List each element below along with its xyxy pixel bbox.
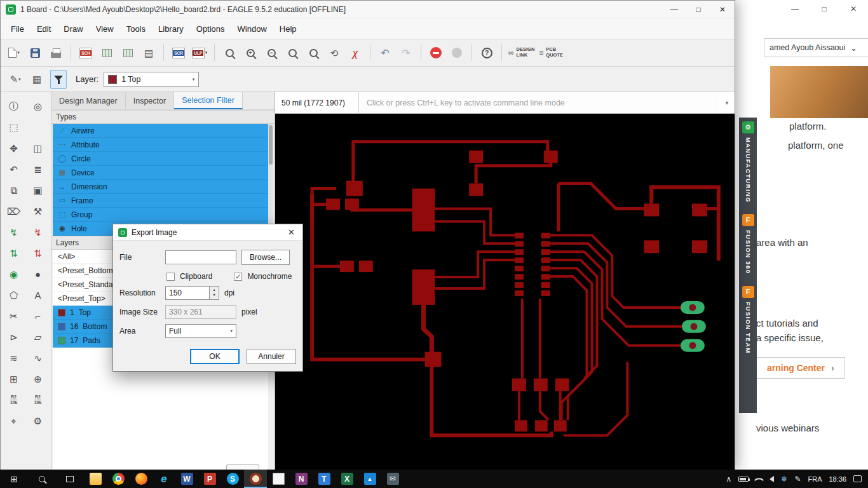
board-tool2-button[interactable] (119, 43, 136, 62)
taskbar-word[interactable]: W (175, 470, 198, 488)
minimize-button[interactable]: — (662, 1, 686, 18)
ok-button[interactable]: OK (190, 349, 240, 364)
type-row[interactable]: ◯ Circle (53, 152, 268, 166)
copy-tool[interactable]: ⧉ (2, 180, 26, 201)
zoom-in-button[interactable]: + (242, 43, 259, 62)
change-tool[interactable]: ⚒ (26, 201, 50, 222)
text-tool[interactable]: A (26, 285, 50, 306)
type-row[interactable]: ↔ Dimension (53, 180, 268, 194)
tab-inspector[interactable]: Inspector (126, 92, 174, 109)
selection-filter-button[interactable] (50, 70, 67, 89)
autorouter-tool[interactable]: ⊕ (26, 369, 50, 390)
menu-item[interactable]: View (90, 21, 120, 37)
taskbar-powerpoint[interactable]: P (198, 470, 221, 488)
pad-tool[interactable]: ⊳ (2, 327, 26, 348)
command-line-input[interactable]: Click or press Ctrl+L key to activate co… (359, 92, 719, 113)
redo-button[interactable]: ↷ (398, 43, 414, 62)
area-dropdown[interactable]: Full ▾ (165, 324, 236, 338)
smd-tool[interactable]: ▱ (26, 327, 50, 348)
undo-button[interactable]: ↶ (377, 43, 393, 62)
resolution-spinner[interactable]: ▲▼ (210, 286, 219, 300)
menu-item[interactable]: Library (152, 21, 190, 37)
menu-item[interactable]: Edit (31, 21, 57, 37)
menu-item[interactable]: Window (231, 21, 273, 37)
dialog-title-bar[interactable]: Export Image ✕ (113, 224, 302, 241)
taskbar-photos[interactable]: ▲ (358, 470, 381, 488)
delete-tool[interactable]: ⌦ (2, 201, 26, 222)
zoom-fit-button[interactable] (221, 43, 238, 62)
browse-button[interactable]: Browse... (241, 250, 290, 265)
hole-tool[interactable]: ● (26, 264, 50, 285)
menu-item[interactable]: Help (273, 21, 303, 37)
go-button[interactable] (449, 43, 465, 62)
taskbar-mail[interactable]: ✉ (381, 470, 404, 488)
taskbar-teams[interactable]: T (313, 470, 336, 488)
taskbar-firefox[interactable] (130, 470, 153, 488)
refresh-button[interactable]: ⟲ (326, 43, 342, 62)
array-tool[interactable]: ⊞ (2, 369, 26, 390)
side-tab[interactable]: F FUSION TEAM (742, 286, 754, 354)
dialog-close-icon[interactable]: ✕ (285, 227, 297, 237)
align-tool[interactable]: ≣ (26, 159, 50, 180)
paste-tool[interactable]: ▣ (26, 180, 50, 201)
cancel-command-button[interactable]: χ (347, 43, 363, 62)
move-tool[interactable]: ✥ (2, 138, 26, 159)
type-row[interactable]: ⟋ Airwire (53, 124, 268, 138)
taskbar-search-button[interactable] (28, 470, 56, 488)
stop-button[interactable] (428, 43, 444, 62)
attribute-tool[interactable]: R210k (2, 390, 26, 410)
layer-dropdown[interactable]: 1 Top ▾ (104, 72, 199, 87)
route-alt-tool[interactable]: ⇅ (2, 243, 26, 264)
ratsnest-tool[interactable]: ≋ (2, 348, 26, 369)
taskbar-chrome[interactable] (107, 470, 130, 488)
type-row[interactable]: ▦ Device (53, 166, 268, 180)
meander-tool[interactable]: ∿ (26, 348, 50, 369)
resolution-input[interactable] (165, 286, 210, 300)
browser-minimize-button[interactable]: — (780, 0, 810, 18)
group-select-tool[interactable]: ⬚ (2, 117, 26, 138)
side-tab[interactable]: F FUSION 360 (742, 214, 754, 274)
start-button[interactable]: ⊞ (0, 470, 28, 488)
pcb-canvas[interactable] (275, 114, 735, 470)
via-tool[interactable]: ◉ (2, 264, 26, 285)
print-button[interactable] (48, 43, 64, 62)
learning-center-button[interactable]: arning Center › (756, 357, 845, 379)
account-dropdown[interactable]: amed Ayoub Aissaoui ⌄ (764, 38, 868, 57)
types-scrollbar[interactable] (268, 124, 273, 236)
notification-center-icon[interactable] (853, 475, 862, 482)
tab-design-manager[interactable]: Design Manager (51, 92, 126, 109)
run-script-button[interactable]: SCR (170, 43, 187, 62)
taskbar-onenote[interactable]: N (290, 470, 313, 488)
board-tool-button[interactable] (98, 43, 115, 62)
tray-expand-button[interactable]: ∧ (726, 475, 732, 484)
help-button[interactable]: ? (478, 43, 495, 62)
taskbar-skype[interactable]: S (221, 470, 244, 488)
clipboard-checkbox[interactable] (166, 273, 175, 281)
info-tool[interactable]: ⓘ (2, 96, 26, 117)
polygon-tool[interactable]: ⬠ (2, 285, 26, 306)
tab-selection-filter[interactable]: Selection Filter (174, 92, 243, 109)
grid-button[interactable]: ▦ (29, 70, 45, 89)
ripup-alt-tool[interactable]: ⇅ (26, 243, 50, 264)
switch-schematic-button[interactable]: SCH (78, 43, 94, 62)
type-row[interactable]: ⋯ Attribute (53, 138, 268, 152)
volume-icon[interactable] (770, 476, 774, 482)
route-tool[interactable]: ↯ (2, 222, 26, 243)
cancel-button[interactable]: Annuler (247, 349, 296, 364)
zoom-select-button[interactable] (284, 43, 301, 62)
task-view-button[interactable] (56, 470, 84, 488)
mirror-tool[interactable]: ◫ (26, 138, 50, 159)
miter-tool[interactable]: ⌐ (26, 306, 50, 327)
cam-processor-button[interactable]: ▤ (140, 43, 157, 62)
zoom-redraw-button[interactable] (305, 43, 322, 62)
taskbar-file-explorer[interactable] (84, 470, 107, 488)
value-tool[interactable]: R210k (26, 390, 50, 410)
pcb-quote-button[interactable]: ≡ PCBQUOTE (539, 43, 563, 62)
close-button[interactable]: ✕ (710, 1, 735, 18)
taskbar-eagle[interactable] (244, 470, 267, 488)
menu-item[interactable]: Tools (120, 21, 152, 37)
wifi-icon[interactable] (754, 475, 764, 485)
zoom-out-button[interactable]: − (263, 43, 280, 62)
pcb-svg[interactable] (275, 114, 735, 470)
ripup-tool[interactable]: ↯ (26, 222, 50, 243)
